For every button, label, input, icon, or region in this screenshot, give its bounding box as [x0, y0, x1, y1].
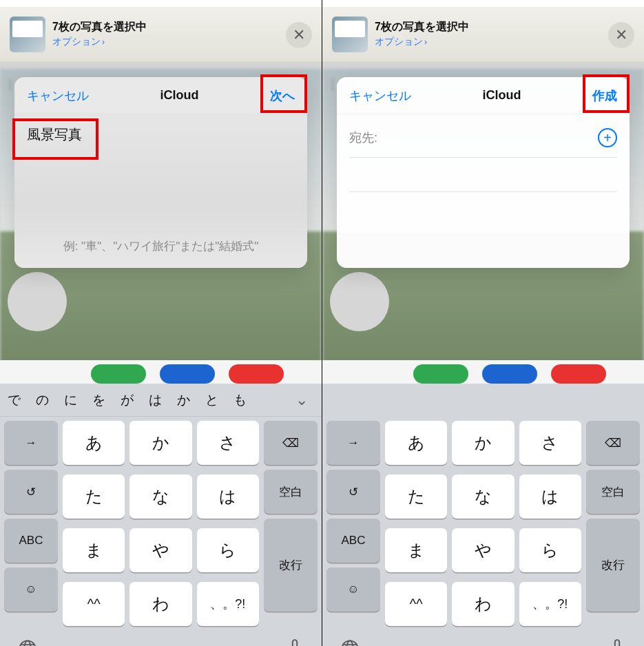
key-backspace[interactable]: ⌫ [586, 421, 640, 465]
key-ta[interactable]: た [63, 475, 125, 519]
suggestion[interactable]: と [198, 391, 226, 409]
key-a[interactable]: あ [63, 421, 125, 465]
modal-header: キャンセル iCloud 作成 [337, 77, 630, 114]
key-space[interactable]: 空白 [264, 470, 318, 514]
suggestion[interactable]: か [169, 391, 198, 409]
suggestion[interactable]: も [226, 391, 254, 409]
keyboard-bottom-bar [0, 631, 322, 646]
share-app-3[interactable] [229, 364, 284, 384]
close-icon: ✕ [615, 26, 627, 44]
app-row [0, 360, 322, 384]
keyboard-bottom-bar [322, 631, 644, 646]
options-link[interactable]: オプション› [52, 36, 147, 48]
key-abc[interactable]: ABC [4, 519, 58, 563]
share-app-2[interactable] [482, 364, 537, 384]
key-emoji[interactable]: ☺ [4, 567, 58, 612]
selection-title: 7枚の写真を選択中 [52, 20, 147, 34]
arrow-right-icon: → [348, 436, 360, 450]
key-emoji[interactable]: ☺ [326, 567, 380, 612]
share-app-2[interactable] [160, 364, 215, 384]
key-wa[interactable]: わ [129, 582, 191, 626]
contact-bubble[interactable] [330, 272, 389, 331]
suggestion[interactable]: は [141, 391, 169, 409]
contact-bubble[interactable] [8, 272, 67, 331]
plus-icon: + [603, 131, 612, 145]
mic-icon[interactable] [286, 638, 304, 646]
key-return[interactable]: 改行 [264, 519, 318, 612]
suggestion[interactable]: に [56, 391, 85, 409]
modal-title: iCloud [101, 88, 258, 103]
key-ma[interactable]: ま [63, 528, 125, 572]
key-backspace[interactable]: ⌫ [264, 421, 318, 465]
svg-rect-2 [293, 640, 297, 646]
key-face[interactable]: ^^ [385, 582, 447, 626]
suggestion[interactable]: で [0, 391, 28, 409]
svg-rect-5 [615, 640, 619, 646]
close-button[interactable]: ✕ [286, 22, 312, 48]
key-ya[interactable]: や [452, 528, 514, 572]
key-undo[interactable]: ↺ [4, 470, 58, 514]
suggestion[interactable]: が [113, 391, 141, 409]
recipient-label: 宛先: [349, 129, 377, 146]
key-punct[interactable]: 、。?! [519, 582, 581, 626]
app-row [322, 360, 644, 384]
key-wa[interactable]: わ [452, 582, 514, 626]
key-face[interactable]: ^^ [63, 582, 125, 626]
key-return[interactable]: 改行 [586, 519, 640, 612]
cancel-button[interactable]: キャンセル [14, 87, 101, 104]
key-abc[interactable]: ABC [326, 519, 380, 563]
collapse-suggestions-icon[interactable]: ⌄ [287, 391, 316, 409]
key-ta[interactable]: た [385, 475, 447, 519]
key-a[interactable]: あ [385, 421, 447, 465]
key-sa[interactable]: さ [519, 421, 581, 465]
key-undo[interactable]: ↺ [326, 470, 380, 514]
key-ha[interactable]: は [519, 475, 581, 519]
selection-thumbnail [10, 17, 45, 52]
undo-icon: ↺ [349, 485, 358, 499]
key-sa[interactable]: さ [197, 421, 259, 465]
key-ha[interactable]: は [197, 475, 259, 519]
album-name-input[interactable]: 風景写真 [27, 125, 295, 144]
add-recipient-button[interactable]: + [598, 128, 617, 147]
selection-thumbnail [332, 17, 368, 52]
key-na[interactable]: な [452, 475, 514, 519]
backspace-icon: ⌫ [282, 436, 299, 450]
recipient-row[interactable]: 宛先: + [349, 125, 617, 158]
key-ma[interactable]: ま [385, 528, 447, 572]
create-button[interactable]: 作成 [580, 87, 630, 104]
keyboard: → ↺ ABC ☺ あ か さ た な は [322, 384, 644, 646]
share-app-3[interactable] [551, 364, 606, 384]
modal-body: 宛先: + [337, 114, 630, 268]
mic-icon[interactable] [608, 638, 626, 646]
key-ya[interactable]: や [129, 528, 191, 572]
share-app-1[interactable] [91, 364, 146, 384]
suggestion-bar [322, 384, 644, 417]
key-ra[interactable]: ら [519, 528, 581, 572]
key-space[interactable]: 空白 [586, 470, 640, 514]
suggestion[interactable]: を [85, 391, 113, 409]
key-na[interactable]: な [129, 475, 191, 519]
arrow-right-icon: → [25, 436, 37, 450]
close-button[interactable]: ✕ [608, 22, 634, 48]
globe-icon[interactable] [340, 639, 360, 646]
suggestion[interactable]: の [28, 391, 56, 409]
globe-icon[interactable] [18, 639, 37, 646]
modal-body: 風景写真 例: "車"、"ハワイ旅行"または"結婚式" [14, 114, 307, 268]
key-next-candidate[interactable]: → [326, 421, 380, 465]
cancel-button[interactable]: キャンセル [337, 87, 424, 104]
selection-title: 7枚の写真を選択中 [375, 20, 469, 34]
undo-icon: ↺ [26, 485, 36, 499]
share-app-1[interactable] [413, 364, 468, 384]
key-punct[interactable]: 、。?! [197, 582, 259, 626]
modal-title: iCloud [424, 88, 580, 103]
key-next-candidate[interactable]: → [4, 421, 58, 465]
example-hint: 例: "車"、"ハワイ旅行"または"結婚式" [14, 238, 307, 254]
key-ra[interactable]: ら [197, 528, 259, 572]
modal-header: キャンセル iCloud 次へ [14, 77, 307, 114]
emoji-icon: ☺ [25, 583, 37, 596]
next-button[interactable]: 次へ [258, 87, 307, 104]
icloud-modal: キャンセル iCloud 作成 宛先: + [337, 77, 630, 268]
key-ka[interactable]: か [129, 421, 191, 465]
key-ka[interactable]: か [452, 421, 514, 465]
options-link[interactable]: オプション› [375, 36, 469, 48]
